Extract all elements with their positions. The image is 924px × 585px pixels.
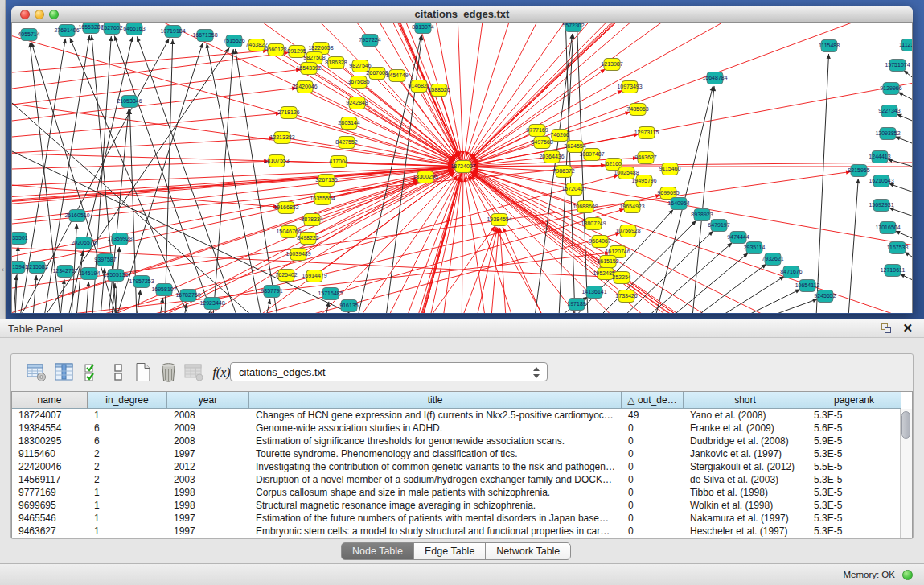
graph-node[interactable]: 1167533 (887, 242, 909, 254)
graph-node[interactable]: 9146821 (408, 80, 429, 93)
table-scrollbar[interactable] (900, 409, 912, 538)
graph-node[interactable]: 16914479 (302, 270, 326, 282)
graph-node[interactable]: 3915941 (12, 262, 28, 274)
graph-node[interactable]: 16553287 (78, 23, 103, 34)
graph-node[interactable]: 15716485 (318, 288, 343, 300)
graph-node[interactable]: 417004 (329, 156, 347, 168)
graph-node[interactable]: 7485063 (626, 104, 648, 116)
graph-node[interactable]: 16210643 (869, 175, 893, 187)
table-row[interactable]: 969969511998Structural magnetic resonanc… (12, 499, 912, 512)
graph-node[interactable]: 2935114 (744, 242, 766, 254)
table-row[interactable]: 946554611997Estimation of the future num… (12, 512, 912, 525)
graph-node[interactable]: 1615152 (597, 256, 618, 268)
graph-node[interactable]: 1145194 (79, 268, 101, 280)
graph-node[interactable]: 2803144 (338, 117, 359, 130)
graph-node[interactable]: 10756928 (615, 225, 640, 237)
graph-node[interactable]: 14136141 (581, 286, 606, 299)
graph-node[interactable]: 9397587 (94, 254, 116, 266)
graph-node[interactable]: 9115460 (659, 163, 681, 175)
graph-node[interactable]: 8454749 (386, 70, 408, 82)
graph-node[interactable]: 19384554 (487, 214, 511, 226)
graph-node[interactable]: 6497568 (531, 137, 552, 149)
graph-node[interactable]: 16039489 (285, 249, 310, 261)
graph-node[interactable]: 935501 (12, 233, 28, 245)
graph-node[interactable]: 8498222 (297, 233, 318, 245)
graph-node[interactable]: 7515526 (223, 35, 244, 47)
graph-node[interactable]: 27691406 (54, 25, 79, 37)
graph-node[interactable]: 17359928 (107, 233, 132, 245)
table-row[interactable]: 946362711997Embryonic stem cells: a mode… (12, 525, 912, 538)
tab-edge-table[interactable]: Edge Table (413, 542, 486, 560)
graph-node[interactable]: 16355554 (310, 193, 335, 205)
graph-node[interactable]: 18107553 (264, 155, 289, 167)
graph-node[interactable]: 7986372 (552, 166, 574, 178)
float-panel-icon[interactable] (881, 323, 892, 334)
column-header-short[interactable]: short (684, 392, 807, 409)
graph-node[interactable]: 9463627 (634, 152, 656, 164)
graph-node[interactable]: 2718126 (277, 107, 299, 119)
graph-node[interactable]: 17957253 (129, 276, 154, 288)
graph-node[interactable]: 12973115 (634, 127, 659, 139)
clear-selection-icon[interactable] (108, 361, 129, 383)
graph-node[interactable]: 13505135 (103, 270, 128, 282)
graph-node[interactable]: 8938923 (691, 209, 713, 221)
table-row[interactable]: 911546021997Tourette syndrome. Phenomeno… (12, 447, 912, 460)
graph-node[interactable]: 10688609 (573, 201, 598, 213)
graph-node[interactable]: 197189 (567, 299, 585, 311)
graph-node[interactable]: 9227343 (878, 105, 900, 117)
column-header-year[interactable]: year (167, 392, 249, 409)
table-select-dropdown[interactable]: citations_edges.txt (230, 362, 548, 381)
graph-node[interactable]: 1527602 (101, 23, 122, 35)
graph-node[interactable]: 6479197 (708, 220, 729, 232)
table-row[interactable]: 1830029562008Estimation of significance … (12, 435, 912, 447)
function-builder-icon[interactable]: f(x) (211, 361, 232, 383)
graph-node[interactable]: 3624554 (564, 141, 585, 153)
table-row[interactable]: 2242004622012Investigating the contribut… (12, 460, 912, 473)
citation-network-graph[interactable]: 1872400718300295193845549777169746266649… (12, 23, 913, 313)
graph-node[interactable]: 21053346 (117, 96, 142, 108)
table-settings-icon[interactable] (26, 361, 47, 383)
graph-node[interactable]: 16648784 (702, 72, 727, 84)
graph-node[interactable]: 19654923 (619, 201, 644, 213)
graph-node[interactable]: 15751074 (885, 60, 910, 72)
graph-node[interactable]: 3675685 (347, 76, 369, 89)
graph-node[interactable]: 12213383 (269, 132, 294, 144)
column-header-name[interactable]: name (12, 392, 88, 409)
graph-node[interactable]: 7932621 (762, 253, 783, 266)
graph-node[interactable]: 1640954 (667, 198, 689, 210)
select-all-rows-icon[interactable] (82, 361, 104, 383)
graph-node[interactable]: 1588520 (428, 84, 450, 97)
close-panel-icon[interactable]: ✕ (902, 321, 913, 336)
graph-node[interactable]: 7625402 (275, 270, 297, 282)
graph-node[interactable]: 9129966 (880, 83, 901, 95)
graph-node[interactable]: 8813074 (412, 23, 433, 34)
graph-node[interactable]: 15692931 (869, 200, 893, 212)
graph-node[interactable]: 8186328 (325, 57, 347, 69)
graph-node[interactable]: 20364436 (539, 151, 564, 163)
graph-node[interactable]: 4055714 (18, 29, 39, 41)
graph-node[interactable]: 252254 (612, 272, 630, 284)
graph-node[interactable]: 8427552 (335, 137, 357, 149)
table-row[interactable]: 1938455462009Genome-wide association stu… (12, 422, 912, 435)
table-scrollbar-thumb[interactable] (901, 411, 910, 439)
tab-node-table[interactable]: Node Table (341, 542, 414, 560)
graph-node[interactable]: 9242848 (346, 97, 368, 109)
graph-node[interactable]: 1244413 (869, 151, 890, 163)
graph-node[interactable]: 9660128 (265, 44, 286, 56)
graph-node[interactable]: 6466163 (123, 23, 145, 35)
column-visibility-icon[interactable] (53, 361, 75, 383)
column-header-in_degree[interactable]: in_degree (88, 392, 167, 409)
new-table-icon[interactable] (132, 361, 154, 383)
graph-node[interactable]: 9245652 (814, 290, 836, 303)
table-row[interactable]: 977716911998Corpus callosum shape and si… (12, 486, 912, 499)
table-row[interactable]: 1456911722003Disruption of a novel membe… (12, 473, 912, 486)
graph-node[interactable]: 9474444 (727, 232, 749, 244)
tab-network-table[interactable]: Network Table (485, 542, 571, 560)
collapse-panel-icon[interactable]: ‹ (0, 266, 6, 274)
graph-node[interactable]: 7957224 (359, 35, 380, 47)
graph-node[interactable]: 1112304 (899, 39, 913, 51)
graph-node[interactable]: 746266 (550, 130, 569, 142)
column-header-out_de[interactable]: △ out_de… (622, 392, 684, 409)
graph-node[interactable]: 8471676 (780, 266, 802, 278)
column-header-title[interactable]: title (249, 392, 622, 409)
